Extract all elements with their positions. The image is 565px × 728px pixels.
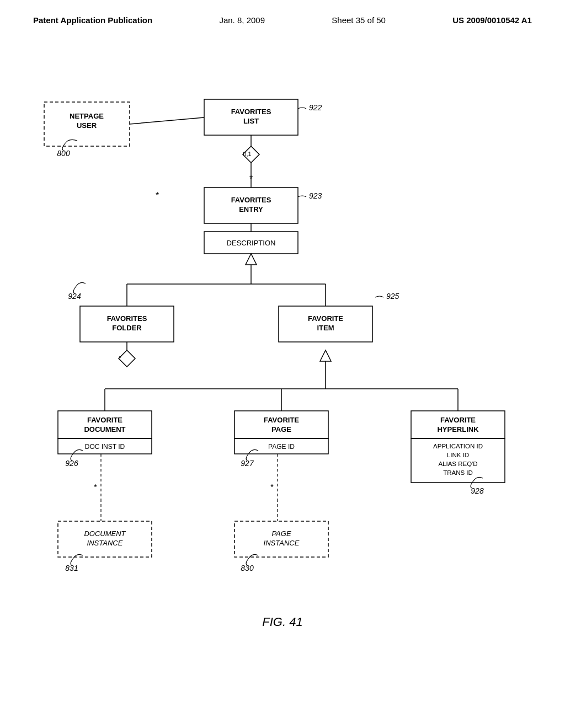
svg-rect-50	[234, 411, 328, 438]
svg-text:PAGE ID: PAGE ID	[268, 443, 295, 451]
svg-text:FIG. 41: FIG. 41	[262, 615, 302, 629]
svg-text:APPLICATION ID: APPLICATION ID	[433, 443, 483, 449]
svg-text:928: 928	[471, 486, 484, 495]
svg-text:LIST: LIST	[243, 117, 259, 125]
svg-text:INSTANCE: INSTANCE	[264, 539, 300, 547]
svg-text:FOLDER: FOLDER	[112, 324, 142, 332]
svg-text:NETPAGE: NETPAGE	[70, 112, 104, 120]
svg-text:*: *	[270, 483, 274, 491]
svg-text:LINK ID: LINK ID	[447, 452, 469, 458]
svg-marker-22	[246, 254, 257, 265]
svg-text:PAGE: PAGE	[271, 529, 291, 538]
svg-text:PAGE: PAGE	[271, 425, 291, 433]
publication-title: Patent Application Publication	[33, 15, 152, 25]
svg-text:INSTANCE: INSTANCE	[87, 539, 123, 547]
page-header: Patent Application Publication Jan. 8, 2…	[0, 0, 565, 25]
svg-text:FAVORITES: FAVORITES	[231, 108, 271, 116]
svg-text:FAVORITE: FAVORITE	[308, 314, 343, 323]
svg-text:ITEM: ITEM	[317, 324, 334, 332]
svg-text:FAVORITES: FAVORITES	[231, 196, 271, 204]
svg-text:923: 923	[309, 191, 322, 200]
svg-text:FAVORITE: FAVORITE	[87, 416, 122, 424]
svg-text:*: *	[156, 191, 159, 200]
publication-date: Jan. 8, 2009	[219, 15, 265, 25]
svg-text:927: 927	[241, 459, 254, 468]
sheet-info: Sheet 35 of 50	[332, 15, 386, 25]
svg-text:*: *	[94, 483, 97, 491]
svg-text:ALIAS REQ'D: ALIAS REQ'D	[438, 461, 477, 467]
svg-rect-56	[411, 411, 505, 438]
svg-text:925: 925	[386, 292, 399, 301]
svg-text:FAVORITE: FAVORITE	[264, 416, 299, 424]
svg-text:TRANS ID: TRANS ID	[443, 469, 473, 476]
svg-text:FAVORITE: FAVORITE	[440, 416, 476, 424]
svg-text:*: *	[119, 355, 122, 361]
svg-line-8	[130, 117, 204, 124]
svg-rect-44	[58, 411, 152, 438]
svg-text:DOCUMENT: DOCUMENT	[84, 425, 125, 433]
svg-text:DOC INST ID: DOC INST ID	[85, 443, 125, 451]
svg-marker-38	[320, 350, 331, 361]
svg-text:USER: USER	[77, 121, 97, 130]
svg-text:FAVORITES: FAVORITES	[107, 314, 147, 323]
svg-text:HYPERLINK: HYPERLINK	[437, 425, 479, 433]
svg-text:DESCRIPTION: DESCRIPTION	[227, 239, 276, 247]
svg-text:0,1: 0,1	[243, 151, 251, 157]
diagram-area: NETPAGE USER 800 FAVORITES LIST 922 0,1 …	[0, 25, 565, 676]
svg-text:ENTRY: ENTRY	[239, 205, 263, 213]
svg-text:922: 922	[309, 103, 322, 112]
patent-number: US 2009/0010542 A1	[452, 15, 532, 25]
svg-text:DOCUMENT: DOCUMENT	[84, 529, 126, 538]
